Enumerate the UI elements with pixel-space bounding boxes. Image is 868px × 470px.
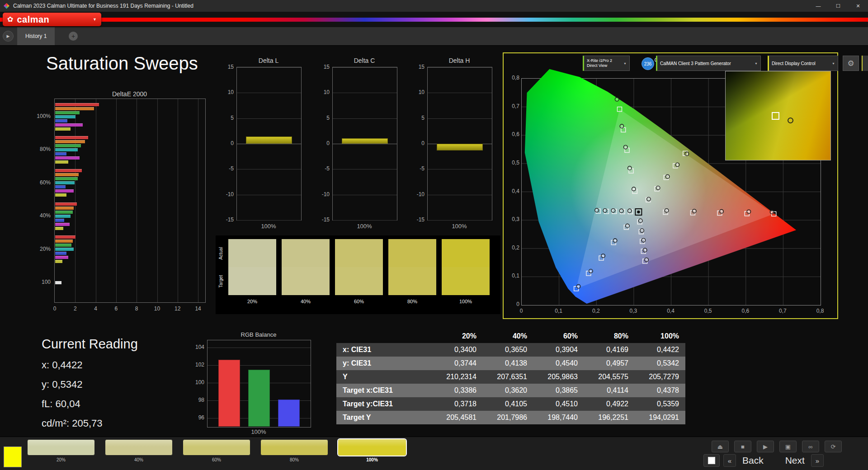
saturation-swatch-button[interactable]: 20% [27, 439, 95, 462]
grid-line [237, 195, 301, 195]
target-swatch [388, 267, 436, 295]
close-button[interactable]: ✕ [848, 0, 868, 12]
page-title: Saturation Sweeps [46, 53, 198, 74]
tab-history-1[interactable]: History 1 [17, 27, 55, 45]
grid-line [137, 99, 137, 302]
calman-flower-icon: ✿ [7, 16, 13, 23]
x-tick-label: 8 [129, 306, 144, 312]
deltae-bar [55, 189, 74, 193]
chevron-down-icon: ▼ [755, 62, 758, 65]
delta-value-bar [246, 136, 292, 144]
swatch-color [105, 439, 173, 456]
reading-fl: fL: 60,04 [42, 398, 80, 410]
table-cell: 205,9863 [533, 370, 584, 384]
y-tick-label: 10 [218, 89, 234, 95]
pattern-generator-selector[interactable]: CalMAN Client 3 Pattern Generator ▼ [656, 56, 761, 71]
maximize-button[interactable]: ☐ [828, 0, 848, 12]
swatch-color [27, 439, 95, 456]
group-label: 80% [27, 146, 51, 152]
y-tick-label: -10 [409, 191, 425, 197]
add-tab-button[interactable]: + [69, 32, 78, 41]
meter-selector[interactable]: X-Rite i1Pro 2 Direct View ▼ [583, 56, 630, 71]
y-tick-label: 102 [189, 362, 204, 368]
current-reading-title: Current Reading [42, 337, 138, 352]
table-cell: 0,3718 [432, 397, 483, 411]
grid-line [333, 118, 397, 119]
row-label: Target y:CIE31 [336, 397, 432, 411]
x-tick-label: 0,5 [700, 308, 716, 314]
table-cell: 0,3620 [483, 384, 533, 397]
y-tick-label: 10 [409, 89, 425, 95]
row-label: x: CIE31 [336, 343, 432, 357]
display-control-selector[interactable]: Direct Display Control ▼ [768, 56, 838, 71]
workspace-expand-button[interactable]: ▶ [3, 31, 14, 42]
deltae-bar [55, 144, 81, 147]
table-header: 60% [533, 329, 584, 343]
next-chevron-icon[interactable]: » [811, 454, 824, 467]
side-panel-sliver[interactable] [862, 56, 868, 71]
play-icon[interactable]: ▶ [757, 441, 774, 452]
target-swatch [282, 267, 330, 295]
actual-swatch [335, 239, 383, 267]
meter-count-badge: 236 [642, 57, 654, 70]
deltae-bar [55, 177, 78, 180]
deltae-bar [55, 140, 85, 143]
deltae-bar [55, 156, 80, 160]
refresh-icon[interactable]: ⟳ [825, 441, 842, 452]
link-icon[interactable]: ∞ [802, 441, 819, 452]
y-tick-label: 5 [409, 115, 425, 121]
meter-selector-label: X-Rite i1Pro 2 Direct View [587, 58, 612, 68]
table-header: 100% [635, 329, 685, 343]
deltae-bar [55, 185, 66, 188]
saturation-swatch-button[interactable]: 40% [105, 439, 173, 462]
deltae-bar [55, 235, 75, 239]
grid-line [237, 93, 301, 93]
window-controls: — ☐ ✕ [808, 0, 868, 12]
deltae-bar [55, 244, 71, 247]
table-cell: 0,4169 [584, 343, 635, 357]
stop-icon[interactable]: ■ [734, 441, 751, 452]
y-tick-label: 0 [505, 301, 519, 307]
saturation-swatch-button[interactable]: 80% [260, 439, 328, 462]
swatch-level-label: 80% [388, 299, 436, 304]
minimize-button[interactable]: — [808, 0, 828, 12]
table-cell: 0,3400 [432, 343, 483, 357]
saturation-swatch-button[interactable]: 100% [338, 439, 406, 462]
x-tick-label: 10 [150, 306, 165, 312]
pattern-generator-label: CalMAN Client 3 Pattern Generator [660, 61, 731, 66]
back-chevron-icon[interactable]: « [723, 454, 736, 467]
inset-measured-marker [788, 118, 793, 123]
target-swatch [335, 267, 383, 295]
layout-grid-button[interactable] [703, 454, 720, 467]
y-tick-label: 10 [314, 89, 330, 95]
swatch-label: 80% [260, 457, 328, 462]
grid-line [428, 195, 492, 195]
deltae-chart-title: DeltaE 2000 [54, 90, 205, 98]
eject-icon[interactable]: ⏏ [712, 441, 729, 452]
y-tick-label: 0,6 [505, 131, 519, 137]
delta-l-chart: 151050-5-10-15 [236, 67, 302, 221]
deltae-bar [55, 252, 66, 255]
deltae-bar [55, 123, 83, 127]
grid-line [75, 99, 75, 302]
group-label: 20% [27, 246, 51, 252]
y-tick-label: -10 [314, 191, 330, 197]
saturation-swatch-button[interactable]: 60% [183, 439, 250, 462]
swatch-level-label: 20% [228, 299, 276, 304]
table-cell: 0,4138 [483, 357, 533, 370]
table-cell: 0,4422 [635, 343, 685, 357]
group-label: 40% [27, 212, 51, 219]
table-cell: 210,2314 [432, 370, 483, 384]
grid-line [237, 118, 301, 119]
table-cell: 0,3386 [432, 384, 483, 397]
y-tick-label: 0 [314, 140, 330, 146]
grid-line [237, 169, 301, 169]
measurement-table: 20%40%60%80%100%x: CIE310,34000,36500,39… [336, 329, 685, 424]
next-button[interactable]: Next [783, 455, 807, 466]
gear-icon[interactable]: ⚙ [843, 56, 859, 71]
table-cell: 0,4510 [533, 397, 584, 411]
calman-menu-button[interactable]: ✿ calman ▼ [3, 13, 101, 26]
save-icon[interactable]: ▣ [779, 441, 797, 452]
grid-line [116, 99, 117, 302]
back-button[interactable]: Back [740, 455, 766, 466]
